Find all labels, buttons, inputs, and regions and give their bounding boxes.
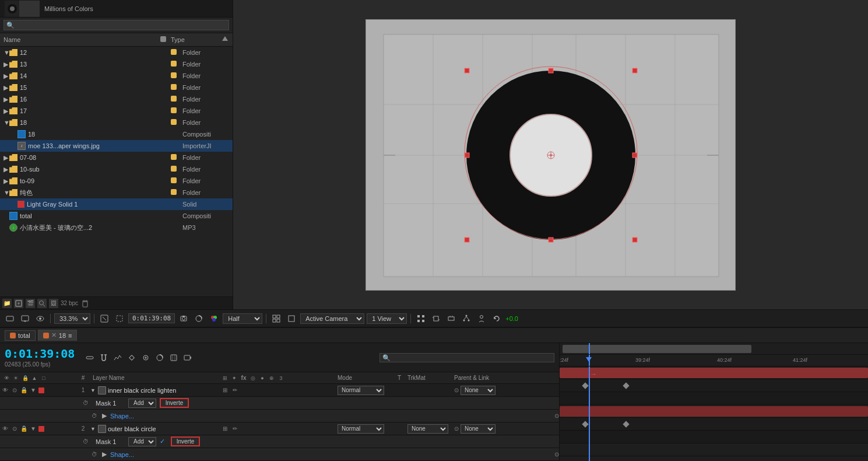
transform-icon[interactable]: ⊞ <box>221 374 229 382</box>
fx-icon[interactable]: fx <box>240 374 248 382</box>
layer-expand-1[interactable]: ▼ <box>90 387 96 393</box>
expand-arrow[interactable]: ▶ <box>3 177 9 185</box>
blend-icon[interactable]: ◎ <box>249 374 257 382</box>
tl-frame-btn[interactable] <box>168 353 180 362</box>
tab-close-18[interactable]: ✕ <box>51 331 57 339</box>
layer-label-2[interactable]: ▼ <box>29 425 37 433</box>
track-row-2[interactable] <box>560 405 868 418</box>
tl-key-btn[interactable] <box>126 353 138 362</box>
track-clip-1[interactable] <box>560 368 868 378</box>
list-item[interactable]: ▼ 12 Folder <box>0 47 233 58</box>
project-search-input[interactable] <box>3 20 229 30</box>
mask-path-arrow-1[interactable]: ▶ <box>102 412 107 420</box>
label-col-header[interactable]: □ <box>40 374 48 382</box>
list-item[interactable]: ▶ 15 Folder <box>0 82 233 93</box>
list-item[interactable]: ▶ Light Gray Solid 1 Solid <box>0 198 233 210</box>
timeline-timecode[interactable]: 0:01:39:08 <box>5 347 75 361</box>
new-item-icon[interactable]: 🎬 <box>26 299 35 308</box>
list-item[interactable]: ▶ to-09 Folder <box>0 175 233 187</box>
invert-btn-1-1[interactable]: Inverte <box>160 398 189 408</box>
new-folder-icon[interactable]: 📁 <box>2 299 12 308</box>
expand-arrow[interactable]: ▶ <box>3 61 9 68</box>
mask-path-stopwatch-2[interactable]: ⏱ <box>90 450 99 459</box>
layer-label-1[interactable]: ▼ <box>29 386 37 394</box>
grid-btn[interactable] <box>270 313 283 324</box>
tl-link-btn[interactable] <box>84 353 96 362</box>
layer-row-2[interactable]: 👁 ⊙ 🔒 ▼ 2 ▼ outer black circle ⊞ ✏ <box>0 422 559 435</box>
list-item[interactable]: ▶ 13 Folder <box>0 58 233 70</box>
layer-eye-2[interactable]: 👁 <box>1 425 9 433</box>
keyframe-1a[interactable] <box>582 382 588 389</box>
snapshot-btn[interactable] <box>177 313 190 324</box>
mask-path-link-2[interactable]: ⊙ <box>554 451 559 457</box>
layer-mode-dropdown-2[interactable]: Normal <box>338 424 384 434</box>
track-clip-2[interactable] <box>560 406 868 417</box>
timeline-scroll-header[interactable] <box>560 343 868 355</box>
layer-mode-dropdown-1[interactable]: Normal <box>338 386 384 395</box>
collapse-col-header[interactable]: ▲ <box>30 374 38 382</box>
tl-camera-btn[interactable] <box>182 353 194 362</box>
reset-btn[interactable] <box>490 313 503 324</box>
mask-path-stopwatch-1[interactable]: ⏱ <box>90 412 99 420</box>
expand-arrow[interactable]: ▼ <box>3 49 9 56</box>
tl-motion-btn[interactable] <box>154 353 166 362</box>
effects-icon[interactable]: ✦ <box>230 374 238 382</box>
tl-addkey-btn[interactable] <box>140 353 152 362</box>
layer-lock-2[interactable]: 🔒 <box>20 425 28 433</box>
layer-parent-dropdown-1[interactable]: None <box>461 386 496 395</box>
list-item[interactable]: ▼ 纯色 Folder <box>0 187 233 198</box>
mode-col-header[interactable]: Mode <box>335 375 393 381</box>
delete-icon[interactable] <box>80 299 90 308</box>
pen-icon-1[interactable]: ✏ <box>231 386 239 394</box>
keyframe-1b[interactable] <box>623 382 629 389</box>
col-header-sort-icon[interactable] <box>217 35 229 44</box>
eye-col-header[interactable]: 👁 <box>2 374 10 382</box>
expand-arrow[interactable]: ▶ <box>3 72 9 80</box>
layer-eye-1[interactable]: 👁 <box>1 386 9 394</box>
list-item[interactable]: ▶ 14 Folder <box>0 70 233 82</box>
mask-blend-2-1[interactable]: Add <box>128 437 156 446</box>
list-item[interactable]: ▶ 16 Folder <box>0 93 233 105</box>
col-header-type[interactable]: Type <box>171 36 217 43</box>
layer-row-1[interactable]: 👁 ⊙ 🔒 ▼ 1 ▼ inner black circle lighten ⊞ <box>0 384 559 397</box>
resolution-dropdown[interactable]: Half Full Quarter <box>223 313 262 324</box>
color-mode-btn[interactable] <box>208 313 220 324</box>
solo-col-header[interactable]: ☀ <box>12 374 20 382</box>
mask-stopwatch-2[interactable]: ⏱ <box>82 438 90 446</box>
mask-blend-1-1[interactable]: Add <box>128 399 156 408</box>
name-col-header[interactable]: Layer Name <box>90 375 219 381</box>
expand-arrow[interactable]: ▼ <box>3 189 9 196</box>
layer-solo-2[interactable]: ⊙ <box>10 425 19 433</box>
tab-18[interactable]: ✕ 18 ≡ <box>38 330 78 341</box>
layer-expand-2[interactable]: ▼ <box>90 426 96 432</box>
list-item[interactable]: ▶ 18 Compositi <box>0 128 233 140</box>
list-item[interactable]: ▶ 07-08 Folder <box>0 152 233 163</box>
region-btn[interactable] <box>113 313 126 324</box>
expand-arrow[interactable]: ▶ <box>3 166 9 173</box>
invert-btn-2-1[interactable]: Inverte <box>171 436 200 446</box>
find-icon[interactable] <box>37 299 47 308</box>
threed-icon[interactable]: 3 <box>277 374 285 382</box>
mask-path-arrow-2[interactable]: ▶ <box>102 450 107 458</box>
tab-menu-icon[interactable]: ≡ <box>68 332 72 339</box>
expand-arrow[interactable]: ▶ <box>3 154 9 162</box>
view-dropdown[interactable]: 1 View 2 Views 4 Views <box>367 313 407 324</box>
parent-col-header[interactable]: Parent & Link <box>452 375 559 381</box>
crop-btn[interactable] <box>430 313 442 324</box>
eye-btn[interactable] <box>34 313 47 324</box>
trkmat-col-header[interactable]: TrkMat <box>405 375 452 381</box>
new-comp-icon[interactable] <box>14 299 23 308</box>
pen-icon-2[interactable]: ✏ <box>231 425 239 433</box>
parent-link-icon-2[interactable]: ⊙ <box>454 425 459 432</box>
stretch-btn[interactable] <box>445 313 458 324</box>
list-item[interactable]: ▶ ♪ 小清水亜美 - 玻璃の空...2 MP3 <box>0 222 233 233</box>
adjust-icon[interactable]: ⊕ <box>268 374 276 382</box>
list-item[interactable]: ▶ 17 Folder <box>0 105 233 117</box>
expand-arrow[interactable]: ▶ <box>3 96 9 103</box>
motionblur-icon[interactable]: ● <box>258 374 266 382</box>
tree-btn[interactable] <box>460 313 473 324</box>
tab-total[interactable]: total <box>5 330 36 341</box>
active-camera-dropdown[interactable]: Active Camera <box>300 313 364 324</box>
expand-arrow[interactable]: ▶ <box>3 107 9 115</box>
list-item[interactable]: ▶ J moe 133...aper wings.jpg ImporterJI <box>0 140 233 152</box>
